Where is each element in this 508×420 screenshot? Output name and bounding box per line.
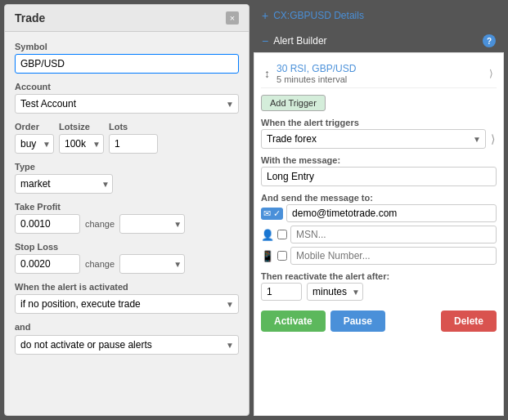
when-triggers-label: When the alert triggers [261,118,497,127]
lots-label: Lots [109,122,158,132]
message-group: With the message: [261,155,497,186]
when-triggers-select-wrapper: Trade forex ▼ [261,129,486,149]
alert-builder-title: Alert Builder [273,35,326,47]
when-activated-group: When the alert is activated if no positi… [15,282,239,314]
reactivate-unit-select[interactable]: minutes [307,283,363,301]
mobile-checkbox[interactable] [277,251,287,261]
trigger-subtitle: 5 minutes interval [276,74,483,84]
type-group: Type market ▼ [15,162,239,194]
reactivate-label: Then reactivate the alert after: [261,271,497,281]
trade-title: Trade [15,11,45,25]
msn-checkbox[interactable] [277,230,287,239]
take-profit-select[interactable] [119,214,185,234]
alert-builder-minus-icon: − [262,34,268,47]
reactivate-select-wrapper: minutes ▼ [307,283,363,301]
close-button[interactable]: × [226,11,239,25]
and-group: and do not activate or pause alerts ▼ [15,322,239,355]
trade-header: Trade × [5,5,249,32]
mobile-input[interactable] [290,247,497,265]
trigger-arrow-icon[interactable]: ⟩ [489,68,493,79]
alert-builder-bar: − Alert Builder ? [254,29,504,52]
when-triggers-group: When the alert triggers Trade forex ▼ ⟩ [261,118,497,149]
take-profit-group: Take Profit change ▼ [15,202,239,234]
activate-button[interactable]: Activate [261,311,326,332]
message-label: With the message: [261,155,497,165]
lotsize-col: Lotsize 100k ▼ [59,122,104,154]
mobile-send-item: 📱 [261,247,497,265]
take-profit-input[interactable] [15,214,80,234]
and-select-wrapper: do not activate or pause alerts ▼ [15,335,239,355]
type-label: Type [15,162,239,172]
email-checked-icon: ✉ ✓ [261,208,283,220]
alert-builder-left: − Alert Builder [262,34,327,47]
trigger-plus-icon: ↕ [264,67,270,80]
msn-input[interactable] [290,226,497,244]
alert-content: ↕ 30 RSI, GBP/USD 5 minutes interval ⟩ A… [254,52,504,416]
trade-body: Symbol Account Test Account ▼ Order buy [5,32,249,373]
take-profit-label: Take Profit [15,202,239,212]
order-col: Order buy ▼ [15,122,54,154]
type-select[interactable]: market [15,174,113,194]
account-label: Account [15,82,239,92]
reactivate-input[interactable] [261,283,302,301]
when-triggers-row: Trade forex ▼ ⟩ [261,129,497,149]
reactivate-group: Then reactivate the alert after: minutes… [261,271,497,301]
when-activated-select-wrapper: if no position, execute trade ▼ [15,294,239,314]
account-select[interactable]: Test Account [15,94,239,114]
add-trigger-wrapper: Add Trigger [261,95,497,111]
lots-input[interactable] [109,134,158,154]
email-input[interactable] [286,204,497,222]
stop-loss-select[interactable] [119,254,185,274]
when-triggers-select[interactable]: Trade forex [261,129,486,149]
lotsize-select[interactable]: 100k [59,134,104,154]
order-label: Order [15,122,54,132]
when-activated-label: When the alert is activated [15,282,239,292]
pause-button[interactable]: Pause [330,311,385,332]
add-trigger-button[interactable]: Add Trigger [261,95,326,111]
stop-loss-input[interactable] [15,254,80,274]
message-input[interactable] [261,167,497,186]
symbol-group: Symbol [15,42,239,74]
take-profit-change-label: change [85,219,115,229]
send-to-label: And send the message to: [261,193,497,203]
send-row: ✉ ✓ 👤 📱 [261,204,497,265]
stop-loss-change-label: change [85,259,115,269]
order-group: Order buy ▼ Lotsize 100k ▼ [15,122,239,154]
when-activated-select[interactable]: if no position, execute trade [15,294,239,314]
and-label: and [15,322,239,332]
and-select[interactable]: do not activate or pause alerts [15,335,239,355]
delete-button[interactable]: Delete [441,311,497,332]
reactivate-row: minutes ▼ [261,283,497,301]
lots-col: Lots [109,122,158,154]
msn-send-item: 👤 [261,226,497,244]
mobile-icon: 📱 [261,250,274,262]
right-panel: + CX:GBPUSD Details − Alert Builder ? ↕ … [254,4,504,416]
take-profit-select-wrapper: ▼ [119,214,185,234]
symbol-input[interactable] [15,54,239,74]
trade-dialog: Trade × Symbol Account Test Account ▼ Or… [4,4,250,416]
order-row: Order buy ▼ Lotsize 100k ▼ [15,122,239,154]
take-profit-row: change ▼ [15,214,239,234]
type-select-wrapper: market ▼ [15,174,113,194]
lotsize-label: Lotsize [59,122,104,132]
stop-loss-row: change ▼ [15,254,239,274]
lotsize-select-wrapper: 100k ▼ [59,134,104,154]
trigger-info: 30 RSI, GBP/USD 5 minutes interval [276,63,483,84]
email-send-item: ✉ ✓ [261,204,497,222]
account-group: Account Test Account ▼ [15,82,239,114]
order-select-wrapper: buy ▼ [15,134,54,154]
when-triggers-refresh-button[interactable]: ⟩ [489,131,497,147]
stop-loss-select-wrapper: ▼ [119,254,185,274]
order-select[interactable]: buy [15,134,54,154]
symbol-label: Symbol [15,42,239,51]
action-buttons: Activate Pause Delete [261,311,497,332]
cx-plus-icon: + [262,9,268,22]
trigger-title: 30 RSI, GBP/USD [276,63,483,74]
cx-link[interactable]: CX:GBPUSD Details [273,10,364,21]
help-badge[interactable]: ? [483,34,496,47]
person-icon: 👤 [261,229,274,241]
account-select-wrapper: Test Account ▼ [15,94,239,114]
stop-loss-label: Stop Loss [15,242,239,252]
cx-bar: + CX:GBPUSD Details [254,4,504,27]
stop-loss-group: Stop Loss change ▼ [15,242,239,274]
